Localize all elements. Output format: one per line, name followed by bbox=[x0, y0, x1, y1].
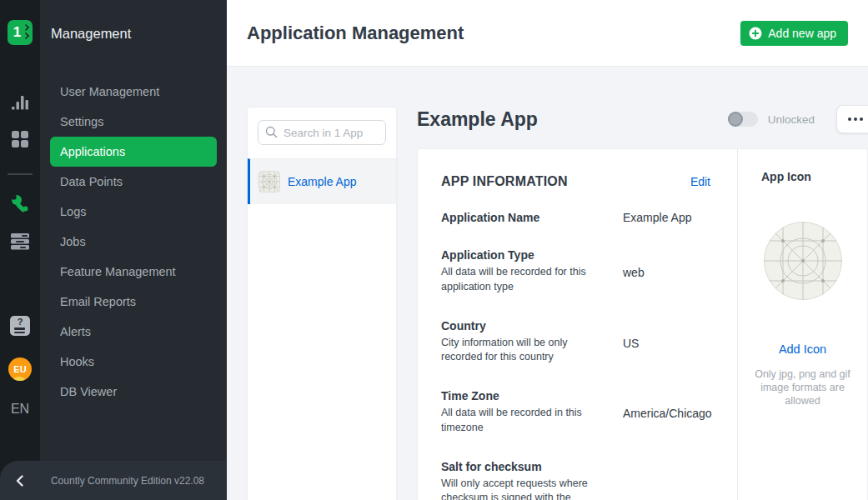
analytics-bar-chart-icon[interactable] bbox=[10, 93, 30, 112]
sidebar-item-db-viewer[interactable]: DB Viewer bbox=[40, 377, 227, 407]
add-new-app-label: Add new app bbox=[768, 27, 836, 40]
field-salt-for-checksum: Salt for checksum Will only accept reque… bbox=[441, 460, 710, 500]
field-value: Example App bbox=[623, 211, 692, 224]
server-stack-icon[interactable] bbox=[10, 232, 30, 252]
collapse-sidebar-button[interactable] bbox=[0, 475, 40, 487]
field-time-zone: Time Zone All data will be recorded in t… bbox=[441, 389, 710, 436]
toggle-knob bbox=[728, 112, 743, 127]
field-label: Application Type bbox=[441, 248, 623, 262]
sidebar-nav: User Management Settings Applications Da… bbox=[40, 77, 227, 407]
main-area: Application Management Add new app bbox=[227, 0, 868, 500]
chevron-left-icon bbox=[14, 475, 26, 487]
field-value: web bbox=[623, 266, 645, 295]
apps-grid-icon[interactable] bbox=[10, 130, 30, 148]
field-description: All data will be recorded in this timezo… bbox=[441, 406, 593, 436]
sidebar-title: Management bbox=[40, 0, 227, 42]
edit-link[interactable]: Edit bbox=[690, 175, 710, 188]
field-label: Country bbox=[441, 319, 623, 332]
language-selector[interactable]: EN bbox=[11, 402, 29, 417]
lock-toggle-label: Unlocked bbox=[768, 113, 815, 126]
sidebar-item-jobs[interactable]: Jobs bbox=[40, 227, 227, 257]
field-value: America/Chicago bbox=[623, 407, 712, 436]
main-header: Application Management Add new app bbox=[227, 0, 868, 67]
sidebar-item-applications[interactable]: Applications bbox=[50, 137, 217, 167]
page-title: Application Management bbox=[247, 22, 464, 44]
field-description: City information will be only recorded f… bbox=[441, 336, 593, 366]
management-wrench-icon[interactable] bbox=[10, 193, 30, 213]
sidebar-item-settings[interactable]: Settings bbox=[40, 107, 227, 137]
field-value: US bbox=[623, 337, 639, 366]
more-menu-icon bbox=[848, 118, 851, 121]
version-label: Countly Community Edition v22.08 bbox=[40, 475, 227, 487]
field-label: Salt for checksum bbox=[441, 460, 623, 473]
avatar-image-fragment bbox=[13, 377, 25, 381]
app-placeholder-icon bbox=[258, 171, 280, 192]
app-list-item-example-app[interactable]: Example App bbox=[248, 158, 396, 204]
logo-digit: 1 bbox=[13, 24, 21, 41]
field-application-type: Application Type All data will be record… bbox=[441, 248, 710, 295]
app-list-item-name: Example App bbox=[288, 175, 357, 188]
user-avatar[interactable]: EU bbox=[8, 358, 32, 381]
app-icon-heading: App Icon bbox=[746, 170, 859, 183]
sidebar-item-logs[interactable]: Logs bbox=[40, 197, 227, 227]
field-country: Country City information will be only re… bbox=[441, 319, 710, 366]
app-information-heading: APP INFORMATION bbox=[441, 174, 568, 189]
lock-toggle[interactable] bbox=[728, 112, 758, 127]
avatar-initials: EU bbox=[13, 364, 26, 374]
management-sidebar: Management User Management Settings Appl… bbox=[40, 0, 227, 500]
field-application-name: Application Name Example App bbox=[441, 211, 710, 224]
sidebar-item-data-points[interactable]: Data Points bbox=[40, 167, 227, 197]
feedback-help-icon[interactable]: ? bbox=[10, 316, 30, 336]
rail-divider bbox=[8, 173, 33, 175]
app-search-input[interactable] bbox=[258, 120, 386, 145]
app-information-section: APP INFORMATION Edit Application Name Ex… bbox=[418, 149, 737, 500]
field-description: All data will be recorded for this appli… bbox=[441, 265, 593, 295]
field-label: Time Zone bbox=[441, 389, 623, 402]
app-icon-placeholder bbox=[763, 221, 843, 301]
content-area: Example App Example App Unlocked APP INF… bbox=[227, 67, 868, 500]
add-new-app-button[interactable]: Add new app bbox=[740, 21, 848, 46]
field-label: Application Name bbox=[441, 211, 623, 224]
icon-rail: 1 bbox=[0, 0, 40, 500]
sidebar-item-feature-management[interactable]: Feature Management bbox=[40, 257, 227, 287]
app-detail-title: Example App bbox=[417, 108, 538, 131]
app-detail-card: APP INFORMATION Edit Application Name Ex… bbox=[417, 148, 868, 500]
detail-header: Example App Unlocked bbox=[417, 103, 868, 135]
sidebar-item-user-management[interactable]: User Management bbox=[40, 77, 227, 107]
field-description: Will only accept requests where checksum… bbox=[441, 477, 593, 500]
icon-format-note: Only jpg, png and gif image formats are … bbox=[751, 368, 855, 408]
sidebar-item-alerts[interactable]: Alerts bbox=[40, 317, 227, 347]
plus-circle-icon bbox=[749, 27, 762, 40]
app-list-card: Example App bbox=[247, 107, 397, 500]
app-icon-panel: App Icon Add Ic bbox=[737, 149, 867, 500]
sidebar-item-hooks[interactable]: Hooks bbox=[40, 347, 227, 377]
sidebar-item-email-reports[interactable]: Email Reports bbox=[40, 287, 227, 317]
more-menu-button[interactable] bbox=[836, 105, 868, 133]
sidebar-footer: Countly Community Edition v22.08 bbox=[0, 461, 227, 500]
add-icon-link[interactable]: Add Icon bbox=[746, 342, 859, 356]
countly-logo-icon[interactable]: 1 bbox=[8, 20, 33, 45]
